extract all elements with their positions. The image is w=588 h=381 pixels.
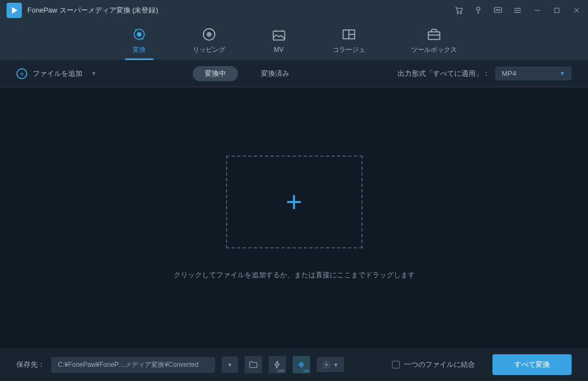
svg-marker-0 [12, 7, 17, 14]
tab-mv-label: MV [274, 46, 284, 53]
save-to-label: 保存先： [16, 360, 45, 370]
toolbox-icon [426, 27, 442, 42]
svg-point-5 [496, 10, 497, 11]
tab-convert[interactable]: 変換 [125, 21, 153, 60]
plus-circle-icon: + [16, 68, 27, 79]
on-badge: ON [304, 369, 310, 373]
tab-ripping[interactable]: リッピング [186, 21, 232, 60]
collage-icon [341, 27, 357, 42]
convert-icon [132, 27, 147, 42]
app-logo [7, 3, 22, 18]
svg-rect-24 [428, 32, 439, 39]
save-path-field[interactable]: C:¥FonePaw¥FoneP…メディア変換¥Converted [51, 357, 215, 373]
open-folder-button[interactable] [245, 356, 262, 373]
output-format-select[interactable]: MP4 ▼ [495, 67, 572, 80]
chevron-down-icon: ▼ [333, 362, 338, 368]
disc-icon [201, 27, 217, 42]
add-file-label: ファイルを追加 [33, 69, 82, 79]
output-format-value: MP4 [502, 69, 516, 78]
cart-icon[interactable] [454, 5, 464, 15]
svg-point-3 [477, 7, 480, 10]
tab-convert-label: 変換 [133, 45, 146, 55]
chevron-down-icon: ▼ [560, 70, 565, 76]
key-icon[interactable] [473, 5, 483, 15]
svg-rect-26 [301, 364, 302, 366]
feedback-icon[interactable] [493, 5, 503, 15]
minimize-icon[interactable] [532, 5, 542, 15]
tab-toolbox-label: ツールボックス [411, 45, 457, 55]
tab-ripping-label: リッピング [193, 45, 225, 55]
svg-point-7 [499, 10, 500, 11]
svg-point-19 [208, 33, 209, 34]
tab-toolbox[interactable]: ツールボックス [405, 21, 464, 60]
plus-icon: + [286, 188, 302, 216]
image-icon [271, 27, 287, 43]
svg-point-2 [460, 13, 461, 14]
merge-label: 一つのファイルに結合 [404, 360, 475, 370]
close-icon[interactable] [572, 5, 581, 15]
svg-point-31 [325, 364, 328, 366]
drop-zone[interactable]: + [226, 156, 363, 248]
add-file-button[interactable]: + ファイルを追加 ▼ [16, 68, 97, 79]
maximize-icon[interactable] [552, 5, 562, 15]
gpu-accel-off-button[interactable]: OFF [269, 356, 286, 373]
settings-button[interactable]: ▼ [317, 357, 344, 372]
output-format-label: 出力形式「すべてに適用」： [397, 69, 490, 79]
off-badge: OFF [277, 369, 285, 373]
save-path-dropdown[interactable]: ▼ [222, 356, 238, 373]
pill-converting[interactable]: 変換中 [193, 66, 238, 81]
convert-all-button[interactable]: すべて変換 [492, 354, 572, 375]
merge-checkbox[interactable] [392, 361, 400, 368]
svg-point-1 [457, 13, 458, 14]
tab-collage[interactable]: コラージュ [326, 21, 372, 60]
app-title: FonePaw スーパーメディア変換 (未登録) [27, 5, 158, 15]
menu-icon[interactable] [513, 5, 522, 15]
drop-hint: クリックしてファイルを追加するか、または直接にここまでドラッグします [174, 270, 415, 280]
pill-converted[interactable]: 変換済み [249, 66, 301, 81]
chevron-down-icon: ▼ [91, 70, 97, 76]
tab-mv[interactable]: MV [265, 21, 293, 60]
svg-rect-12 [555, 8, 559, 13]
svg-point-16 [137, 32, 141, 36]
svg-point-6 [497, 10, 498, 11]
tab-collage-label: コラージュ [332, 45, 365, 55]
hardware-accel-button[interactable]: ON [293, 356, 310, 373]
